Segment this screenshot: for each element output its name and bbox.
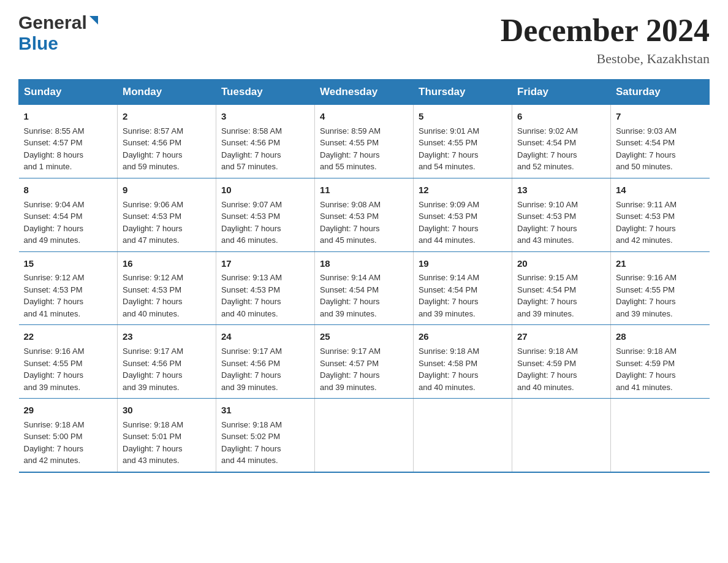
logo-general-text: General [18, 12, 87, 33]
day-info: Sunrise: 9:18 AM Sunset: 5:01 PM Dayligh… [123, 419, 211, 467]
day-number: 20 [517, 257, 605, 270]
table-row: 22Sunrise: 9:16 AM Sunset: 4:55 PM Dayli… [19, 325, 118, 399]
table-row: 7Sunrise: 9:03 AM Sunset: 4:54 PM Daylig… [611, 105, 710, 178]
day-info: Sunrise: 9:18 AM Sunset: 4:58 PM Dayligh… [419, 345, 507, 393]
day-info: Sunrise: 9:03 AM Sunset: 4:54 PM Dayligh… [616, 125, 705, 173]
day-info: Sunrise: 9:09 AM Sunset: 4:53 PM Dayligh… [419, 199, 507, 247]
day-number: 1 [24, 110, 113, 123]
table-row: 17Sunrise: 9:13 AM Sunset: 4:53 PM Dayli… [216, 251, 315, 325]
day-number: 15 [24, 257, 113, 270]
day-info: Sunrise: 9:02 AM Sunset: 4:54 PM Dayligh… [517, 125, 605, 173]
table-row: 3Sunrise: 8:58 AM Sunset: 4:56 PM Daylig… [216, 105, 315, 178]
table-row: 30Sunrise: 9:18 AM Sunset: 5:01 PM Dayli… [118, 399, 216, 472]
day-number: 28 [616, 330, 705, 343]
day-number: 29 [24, 404, 113, 417]
day-info: Sunrise: 9:08 AM Sunset: 4:53 PM Dayligh… [320, 199, 408, 247]
day-info: Sunrise: 9:18 AM Sunset: 5:02 PM Dayligh… [221, 419, 309, 467]
day-info: Sunrise: 9:16 AM Sunset: 4:55 PM Dayligh… [24, 345, 113, 393]
day-info: Sunrise: 8:58 AM Sunset: 4:56 PM Dayligh… [221, 125, 309, 173]
calendar-table: Sunday Monday Tuesday Wednesday Thursday… [18, 79, 710, 473]
day-number: 8 [24, 183, 113, 197]
day-info: Sunrise: 9:14 AM Sunset: 4:54 PM Dayligh… [320, 272, 408, 320]
table-row: 6Sunrise: 9:02 AM Sunset: 4:54 PM Daylig… [512, 105, 611, 178]
day-number: 27 [517, 330, 605, 343]
day-info: Sunrise: 9:15 AM Sunset: 4:54 PM Dayligh… [517, 272, 605, 320]
day-info: Sunrise: 9:16 AM Sunset: 4:55 PM Dayligh… [616, 272, 705, 320]
table-row [512, 399, 611, 472]
day-number: 19 [419, 257, 507, 270]
day-info: Sunrise: 9:11 AM Sunset: 4:53 PM Dayligh… [616, 199, 705, 247]
day-info: Sunrise: 9:18 AM Sunset: 5:00 PM Dayligh… [24, 419, 113, 467]
day-info: Sunrise: 9:12 AM Sunset: 4:53 PM Dayligh… [24, 272, 113, 320]
day-info: Sunrise: 9:17 AM Sunset: 4:57 PM Dayligh… [320, 345, 408, 393]
day-info: Sunrise: 9:07 AM Sunset: 4:53 PM Dayligh… [221, 199, 309, 247]
table-row [611, 399, 710, 472]
day-info: Sunrise: 9:14 AM Sunset: 4:54 PM Dayligh… [419, 272, 507, 320]
day-info: Sunrise: 9:10 AM Sunset: 4:53 PM Dayligh… [517, 199, 605, 247]
table-row: 21Sunrise: 9:16 AM Sunset: 4:55 PM Dayli… [611, 251, 710, 325]
day-number: 31 [221, 404, 309, 417]
table-row: 13Sunrise: 9:10 AM Sunset: 4:53 PM Dayli… [512, 178, 611, 251]
table-row: 1Sunrise: 8:55 AM Sunset: 4:57 PM Daylig… [19, 105, 118, 178]
day-info: Sunrise: 8:55 AM Sunset: 4:57 PM Dayligh… [24, 125, 113, 173]
day-number: 18 [320, 257, 408, 270]
day-info: Sunrise: 9:13 AM Sunset: 4:53 PM Dayligh… [221, 272, 309, 320]
day-number: 17 [221, 257, 309, 270]
day-number: 12 [419, 183, 507, 197]
title-area: December 2024 Bestobe, Kazakhstan [501, 12, 710, 67]
table-row: 14Sunrise: 9:11 AM Sunset: 4:53 PM Dayli… [611, 178, 710, 251]
col-tuesday: Tuesday [216, 80, 315, 105]
table-row [414, 399, 512, 472]
day-info: Sunrise: 9:18 AM Sunset: 4:59 PM Dayligh… [517, 345, 605, 393]
table-row: 26Sunrise: 9:18 AM Sunset: 4:58 PM Dayli… [414, 325, 512, 399]
table-row: 5Sunrise: 9:01 AM Sunset: 4:55 PM Daylig… [414, 105, 512, 178]
table-row: 25Sunrise: 9:17 AM Sunset: 4:57 PM Dayli… [315, 325, 414, 399]
day-info: Sunrise: 9:04 AM Sunset: 4:54 PM Dayligh… [24, 199, 113, 247]
page-title: December 2024 [501, 12, 710, 48]
col-sunday: Sunday [19, 80, 118, 105]
day-info: Sunrise: 9:06 AM Sunset: 4:53 PM Dayligh… [123, 199, 211, 247]
table-row: 16Sunrise: 9:12 AM Sunset: 4:53 PM Dayli… [118, 251, 216, 325]
col-saturday: Saturday [611, 80, 710, 105]
day-number: 26 [419, 330, 507, 343]
table-row: 31Sunrise: 9:18 AM Sunset: 5:02 PM Dayli… [216, 399, 315, 472]
col-monday: Monday [118, 80, 216, 105]
day-number: 22 [24, 330, 113, 343]
day-number: 23 [123, 330, 211, 343]
page-header: General Blue December 2024 Bestobe, Kaza… [18, 12, 710, 67]
table-row: 24Sunrise: 9:17 AM Sunset: 4:56 PM Dayli… [216, 325, 315, 399]
table-row: 10Sunrise: 9:07 AM Sunset: 4:53 PM Dayli… [216, 178, 315, 251]
table-row: 15Sunrise: 9:12 AM Sunset: 4:53 PM Dayli… [19, 251, 118, 325]
day-number: 9 [123, 183, 211, 197]
logo-blue-text: Blue [18, 33, 58, 54]
day-info: Sunrise: 9:01 AM Sunset: 4:55 PM Dayligh… [419, 125, 507, 173]
table-row: 11Sunrise: 9:08 AM Sunset: 4:53 PM Dayli… [315, 178, 414, 251]
page-subtitle: Bestobe, Kazakhstan [501, 51, 710, 67]
table-row: 8Sunrise: 9:04 AM Sunset: 4:54 PM Daylig… [19, 178, 118, 251]
table-row: 12Sunrise: 9:09 AM Sunset: 4:53 PM Dayli… [414, 178, 512, 251]
svg-marker-0 [89, 16, 98, 25]
calendar-body: 1Sunrise: 8:55 AM Sunset: 4:57 PM Daylig… [19, 105, 710, 472]
table-row: 4Sunrise: 8:59 AM Sunset: 4:55 PM Daylig… [315, 105, 414, 178]
day-info: Sunrise: 9:12 AM Sunset: 4:53 PM Dayligh… [123, 272, 211, 320]
day-info: Sunrise: 9:18 AM Sunset: 4:59 PM Dayligh… [616, 345, 705, 393]
table-row: 28Sunrise: 9:18 AM Sunset: 4:59 PM Dayli… [611, 325, 710, 399]
table-row: 18Sunrise: 9:14 AM Sunset: 4:54 PM Dayli… [315, 251, 414, 325]
table-row: 23Sunrise: 9:17 AM Sunset: 4:56 PM Dayli… [118, 325, 216, 399]
table-row: 2Sunrise: 8:57 AM Sunset: 4:56 PM Daylig… [118, 105, 216, 178]
day-number: 11 [320, 183, 408, 197]
day-number: 10 [221, 183, 309, 197]
table-row: 29Sunrise: 9:18 AM Sunset: 5:00 PM Dayli… [19, 399, 118, 472]
logo-arrow-icon [87, 13, 100, 29]
day-number: 6 [517, 110, 605, 123]
col-thursday: Thursday [414, 80, 512, 105]
day-number: 16 [123, 257, 211, 270]
table-row: 20Sunrise: 9:15 AM Sunset: 4:54 PM Dayli… [512, 251, 611, 325]
day-info: Sunrise: 8:57 AM Sunset: 4:56 PM Dayligh… [123, 125, 211, 173]
day-number: 30 [123, 404, 211, 417]
day-number: 14 [616, 183, 705, 197]
table-row: 27Sunrise: 9:18 AM Sunset: 4:59 PM Dayli… [512, 325, 611, 399]
day-number: 13 [517, 183, 605, 197]
day-number: 7 [616, 110, 705, 123]
day-number: 3 [221, 110, 309, 123]
